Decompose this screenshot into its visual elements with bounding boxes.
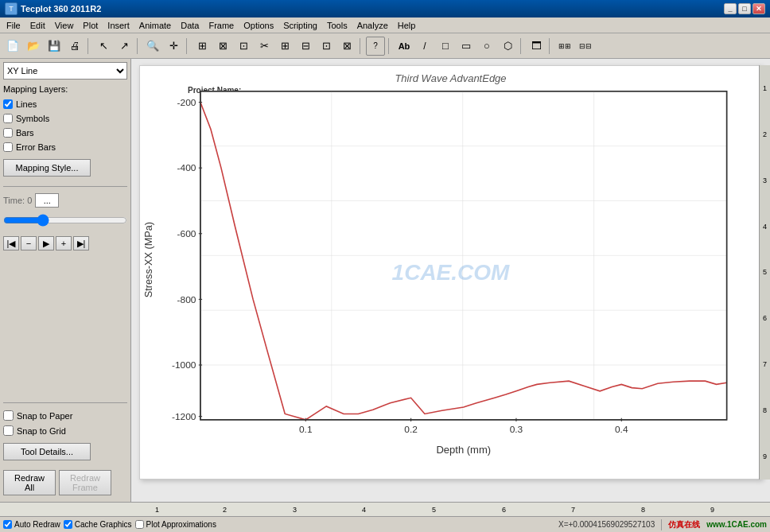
toolbar-separator-4 bbox=[360, 38, 363, 54]
probe-btn3[interactable]: ⊡ bbox=[234, 37, 253, 56]
bars-checkbox[interactable] bbox=[3, 128, 13, 138]
svg-text:-800: -800 bbox=[177, 294, 196, 305]
time-slider[interactable] bbox=[3, 214, 127, 227]
open-button[interactable]: 📂 bbox=[24, 37, 43, 56]
arrow-tool[interactable]: ↖ bbox=[94, 37, 113, 56]
redraw-all-button[interactable]: RedrawAll bbox=[3, 470, 56, 495]
branding-text: 仿真在线 bbox=[668, 519, 700, 530]
window-title: Tecplot 360 2011R2 bbox=[21, 4, 724, 14]
probe-btn4[interactable]: ✂ bbox=[255, 37, 274, 56]
circle-tool[interactable]: ○ bbox=[477, 37, 496, 56]
menu-frame[interactable]: Frame bbox=[204, 19, 239, 32]
redraw-frame-button[interactable]: RedrawFrame bbox=[59, 470, 111, 495]
branding-url: www.1CAE.com bbox=[706, 520, 767, 529]
menu-scripting[interactable]: Scripting bbox=[278, 19, 322, 32]
probe-btn2[interactable]: ⊠ bbox=[213, 37, 232, 56]
menu-analyze[interactable]: Analyze bbox=[352, 19, 393, 32]
menu-data[interactable]: Data bbox=[176, 19, 204, 32]
auto-redraw-label: Auto Redraw bbox=[14, 520, 60, 529]
error-bars-checkbox[interactable] bbox=[3, 142, 13, 152]
select-tool[interactable]: ↗ bbox=[115, 37, 134, 56]
time-label: Time: 0 bbox=[3, 196, 32, 205]
svg-text:0.3: 0.3 bbox=[510, 424, 523, 434]
prev-frame-button[interactable]: − bbox=[21, 236, 37, 250]
menu-plot[interactable]: Plot bbox=[78, 19, 103, 32]
cache-graphics-label: Cache Graphics bbox=[75, 520, 132, 529]
snap-grid-checkbox[interactable] bbox=[3, 425, 14, 436]
next-frame-button[interactable]: + bbox=[56, 236, 72, 250]
new-button[interactable]: 📄 bbox=[3, 37, 22, 56]
snap-paper-checkbox[interactable] bbox=[3, 410, 14, 421]
toolbar-separator-7 bbox=[549, 38, 552, 54]
text-tool[interactable]: Ab bbox=[395, 37, 414, 56]
snap-paper-row: Snap to Paper bbox=[3, 410, 127, 421]
plot-approx-checkbox[interactable] bbox=[135, 520, 144, 529]
horizontal-ruler: 1 2 3 4 5 6 7 8 9 bbox=[0, 502, 770, 516]
bars-label: Bars bbox=[16, 128, 34, 138]
menu-file[interactable]: File bbox=[2, 19, 25, 32]
spacer bbox=[3, 255, 127, 396]
lines-layer-row: Lines bbox=[3, 99, 127, 109]
slash-tool[interactable]: / bbox=[415, 37, 434, 56]
last-frame-button[interactable]: ▶| bbox=[73, 236, 89, 250]
menu-animate[interactable]: Animate bbox=[134, 19, 176, 32]
help-btn[interactable]: ? bbox=[366, 37, 385, 56]
right-ruler: 1 2 3 4 5 6 7 8 9 bbox=[759, 65, 770, 480]
extra-btn1[interactable]: ⊞⊞ bbox=[555, 37, 574, 56]
auto-redraw-section: Auto Redraw bbox=[3, 520, 60, 529]
divider-1 bbox=[3, 186, 127, 187]
symbols-checkbox[interactable] bbox=[3, 114, 13, 123]
tool-details-button[interactable]: Tool Details... bbox=[3, 443, 91, 460]
zoom-tool[interactable]: 🔍 bbox=[143, 37, 162, 56]
snap-grid-row: Snap to Grid bbox=[3, 425, 127, 436]
svg-text:0.4: 0.4 bbox=[615, 424, 628, 434]
chart-svg: -200 -400 -600 -800 -1000 -1200 0.1 bbox=[140, 66, 761, 479]
plot-type-select[interactable]: XY Line Polar Line Sketch 2D Cartesian 3… bbox=[3, 62, 127, 80]
probe-btn8[interactable]: ⊠ bbox=[337, 37, 356, 56]
menu-view[interactable]: View bbox=[50, 19, 79, 32]
redraw-row: RedrawAll RedrawFrame bbox=[3, 470, 127, 495]
pan-tool[interactable]: ✛ bbox=[164, 37, 183, 56]
minimize-button[interactable]: _ bbox=[724, 3, 737, 14]
frame-btn[interactable]: 🗖 bbox=[527, 37, 546, 56]
toolbar-separator-3 bbox=[186, 38, 189, 54]
poly-tool[interactable]: ⬡ bbox=[498, 37, 517, 56]
menu-options[interactable]: Options bbox=[239, 19, 278, 32]
plot-approx-section: Plot Approximations bbox=[135, 520, 216, 529]
status-separator bbox=[661, 519, 662, 530]
cache-graphics-section: Cache Graphics bbox=[64, 520, 132, 529]
print-button[interactable]: 🖨 bbox=[65, 37, 84, 56]
rect-tool[interactable]: □ bbox=[436, 37, 455, 56]
menu-edit[interactable]: Edit bbox=[25, 19, 50, 32]
probe-btn7[interactable]: ⊡ bbox=[317, 37, 336, 56]
play-button[interactable]: ▶ bbox=[38, 236, 54, 250]
probe-btn6[interactable]: ⊟ bbox=[296, 37, 315, 56]
mapping-style-button[interactable]: Mapping Style... bbox=[3, 159, 91, 177]
menu-help[interactable]: Help bbox=[393, 19, 421, 32]
cache-graphics-checkbox[interactable] bbox=[64, 520, 72, 529]
playback-controls: |◀ − ▶ + ▶| bbox=[3, 236, 127, 250]
first-frame-button[interactable]: |◀ bbox=[3, 236, 19, 250]
window-controls: _ □ ✕ bbox=[724, 3, 765, 14]
probe-btn1[interactable]: ⊞ bbox=[192, 37, 212, 56]
left-panel: XY Line Polar Line Sketch 2D Cartesian 3… bbox=[0, 59, 131, 502]
round-rect-tool[interactable]: ▭ bbox=[457, 37, 476, 56]
menu-tools[interactable]: Tools bbox=[322, 19, 352, 32]
svg-text:0.2: 0.2 bbox=[404, 424, 418, 434]
maximize-button[interactable]: □ bbox=[738, 3, 751, 14]
close-button[interactable]: ✕ bbox=[752, 3, 765, 14]
probe-btn5[interactable]: ⊞ bbox=[275, 37, 294, 56]
lines-checkbox[interactable] bbox=[3, 99, 13, 109]
svg-text:-600: -600 bbox=[177, 228, 196, 239]
toolbar-separator-5 bbox=[388, 38, 391, 54]
menu-insert[interactable]: Insert bbox=[103, 19, 134, 32]
main-content: XY Line Polar Line Sketch 2D Cartesian 3… bbox=[0, 59, 770, 502]
auto-redraw-checkbox[interactable] bbox=[3, 520, 12, 529]
snap-grid-label: Snap to Grid bbox=[17, 426, 66, 436]
extra-btn2[interactable]: ⊟⊟ bbox=[576, 37, 595, 56]
save-button[interactable]: 💾 bbox=[45, 37, 64, 56]
coordinates-display: X=+0.00041569029527103 bbox=[558, 520, 655, 529]
statusbar: Auto Redraw Cache Graphics Plot Approxim… bbox=[0, 516, 770, 532]
snap-paper-label: Snap to Paper bbox=[17, 411, 72, 421]
time-value-btn[interactable] bbox=[35, 193, 59, 208]
